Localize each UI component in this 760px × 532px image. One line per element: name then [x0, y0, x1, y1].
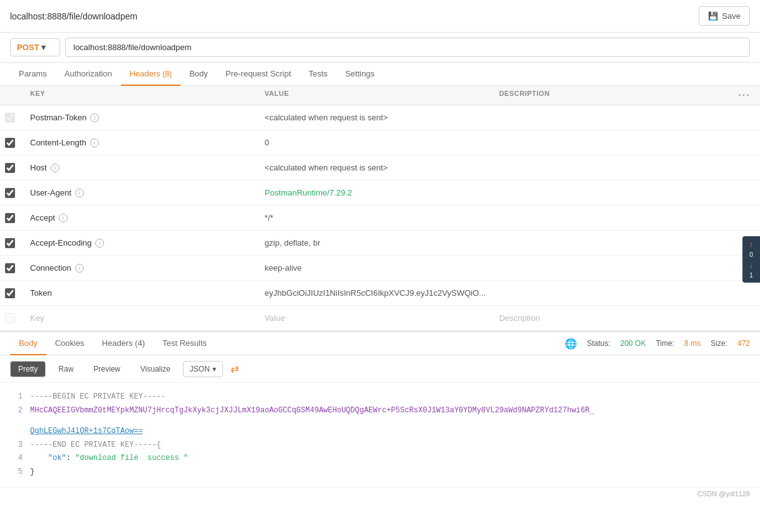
tab-prerequest[interactable]: Pre-request Script [217, 63, 300, 86]
table-row: Accept i */* [0, 206, 760, 231]
time-value: 8 ms [684, 339, 700, 348]
status-label: Status: [587, 339, 610, 348]
scroll-up-icon[interactable]: ↑ [749, 240, 754, 249]
row-value: eyJhbGciOiJIUzI1NiIsInR5cCI6IkpXVCJ9.eyJ… [264, 288, 489, 298]
save-icon: 💾 [708, 11, 718, 21]
table-row: Host i <calculated when request is sent> [0, 155, 760, 180]
tab-params[interactable]: Params [10, 63, 56, 86]
dots-menu-icon[interactable]: ··· [738, 90, 750, 101]
info-icon[interactable]: i [90, 113, 99, 122]
row-key: Postman-Token [30, 113, 86, 122]
response-tab-body[interactable]: Body [10, 332, 46, 355]
row-checkbox[interactable] [5, 213, 15, 223]
row-checkbox[interactable] [5, 163, 15, 173]
row-value: */* [264, 213, 273, 222]
top-bar-url: localhost:8888/file/downloadpem [10, 11, 137, 21]
new-value-input[interactable] [264, 313, 489, 323]
response-meta: 🌐 Status: 200 OK Time: 8 ms Size: 472 [565, 333, 750, 355]
row-value: 0 [264, 138, 269, 147]
row-value: <calculated when request is sent> [264, 163, 388, 172]
info-icon[interactable]: i [75, 189, 84, 197]
visualize-button[interactable]: Visualize [133, 362, 178, 377]
row-checkbox[interactable] [5, 138, 15, 148]
info-icon[interactable]: i [95, 239, 104, 248]
tab-tests[interactable]: Tests [300, 63, 336, 86]
row-checkbox[interactable] [5, 113, 15, 123]
row-checkbox[interactable] [5, 288, 15, 298]
table-row: Postman-Token i <calculated when request… [0, 105, 760, 130]
table-row: Accept-Encoding i gzip, deflate, br [0, 231, 760, 256]
new-header-row [0, 306, 760, 331]
row-checkbox[interactable] [5, 188, 15, 198]
scroll-down-icon[interactable]: ↓ [749, 261, 754, 269]
row-key: Accept [30, 213, 55, 222]
scroll-down-count: 1 [749, 272, 753, 279]
raw-button[interactable]: Raw [51, 362, 81, 377]
info-icon[interactable]: i [90, 138, 99, 147]
headers-badge: (8) [162, 70, 172, 78]
response-tab-headers[interactable]: Headers (4) [93, 332, 154, 355]
code-line-4: 4 "ok": "download file success " [10, 452, 750, 466]
top-bar: localhost:8888/file/downloadpem 💾 Save [0, 0, 760, 33]
code-line-3: 3 -----END EC PRIVATE KEY-----{ [10, 439, 750, 452]
tabs-bar: Params Authorization Headers (8) Body Pr… [0, 63, 760, 86]
tab-headers[interactable]: Headers (8) [121, 63, 180, 86]
info-icon[interactable]: i [51, 164, 60, 172]
json-format-selector[interactable]: JSON ▾ [183, 361, 223, 377]
row-checkbox[interactable] [5, 263, 15, 273]
table-row: Token eyJhbGciOiJIUzI1NiIsInR5cCI6IkpXVC… [0, 281, 760, 306]
table-row: Connection i keep-alive [0, 256, 760, 281]
main-content: KEY VALUE DESCRIPTION ··· Postman-Token … [0, 86, 760, 331]
row-key: Accept-Encoding [30, 238, 91, 248]
tab-body[interactable]: Body [180, 63, 217, 86]
info-icon[interactable]: i [59, 214, 68, 222]
url-input[interactable] [65, 38, 750, 57]
bottom-section: Body Cookies Headers (4) Test Results 🌐 … [0, 331, 760, 500]
code-line-5: 5 } [10, 466, 750, 479]
code-line-2: 2 MHcCAQEEIGVbmmZ0tMEYpkMZNU7jHrcqTgJkXy… [10, 404, 750, 439]
new-desc-input[interactable] [499, 313, 724, 323]
response-tab-tests[interactable]: Test Results [154, 332, 216, 355]
new-key-input[interactable] [30, 313, 254, 323]
row-value: keep-alive [264, 263, 301, 273]
row-key: Content-Length [30, 138, 86, 147]
response-tab-cookies[interactable]: Cookies [46, 332, 93, 355]
col-desc-header: DESCRIPTION [494, 90, 729, 101]
row-key: User-Agent [30, 188, 71, 197]
row-value: gzip, deflate, br [264, 238, 320, 248]
scroll-up-count: 0 [749, 251, 753, 258]
size-label: Size: [711, 339, 727, 348]
method-selector[interactable]: POST ▾ [10, 38, 60, 56]
tab-authorization[interactable]: Authorization [56, 63, 121, 86]
headers-table-wrapper: Postman-Token i <calculated when request… [0, 105, 760, 331]
code-line-1: 1 -----BEGIN EC PRIVATE KEY----- [10, 390, 750, 404]
row-key: Host [30, 163, 47, 172]
save-button[interactable]: 💾 Save [699, 6, 750, 26]
wrap-button[interactable]: ⇄ [228, 360, 241, 377]
row-value: PostmanRuntime/7.29.2 [264, 188, 351, 197]
preview-button[interactable]: Preview [86, 362, 128, 377]
col-value-header: VALUE [259, 90, 494, 101]
footer-credit: CSDN @ydl1128 [0, 487, 760, 500]
time-label: Time: [656, 339, 675, 348]
row-checkbox[interactable] [5, 238, 15, 248]
table-row: Content-Length i 0 [0, 130, 760, 155]
new-row-checkbox[interactable] [5, 313, 15, 323]
chevron-down-icon: ▾ [212, 365, 216, 373]
pretty-button[interactable]: Pretty [10, 361, 46, 377]
info-icon[interactable]: i [75, 264, 84, 273]
col-menu-header: ··· [729, 90, 760, 101]
tab-settings[interactable]: Settings [336, 63, 383, 86]
response-tabs-bar: Body Cookies Headers (4) Test Results 🌐 … [0, 332, 760, 355]
scroll-indicator: ↑ 0 ↓ 1 [742, 236, 760, 283]
column-headers: KEY VALUE DESCRIPTION ··· [0, 86, 760, 105]
row-key: Token [30, 288, 52, 298]
status-value: 200 OK [620, 339, 646, 348]
response-toolbar: Pretty Raw Preview Visualize JSON ▾ ⇄ [0, 355, 760, 383]
globe-icon: 🌐 [565, 338, 577, 350]
size-value: 472 [737, 339, 750, 348]
chevron-down-icon: ▾ [41, 43, 46, 52]
code-area: 1 -----BEGIN EC PRIVATE KEY----- 2 MHcCA… [0, 383, 760, 487]
col-key-header: KEY [25, 90, 259, 101]
table-row: User-Agent i PostmanRuntime/7.29.2 [0, 180, 760, 206]
